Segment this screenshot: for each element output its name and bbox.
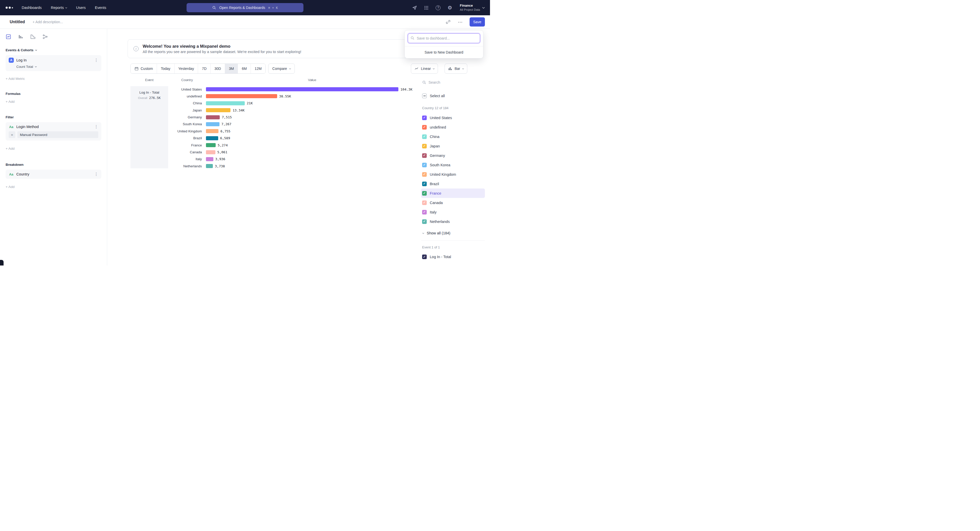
legend-country-checkbox[interactable]: ✓ bbox=[422, 172, 427, 177]
legend-country-checkbox[interactable]: ✓ bbox=[422, 125, 427, 130]
legend-country-row[interactable]: ✓ China bbox=[421, 132, 485, 141]
date-range-button[interactable]: Today bbox=[157, 64, 174, 73]
legend-country-checkbox[interactable]: ✓ bbox=[422, 182, 427, 186]
compare-button[interactable]: Compare bbox=[268, 63, 295, 74]
filter-operator[interactable]: = bbox=[9, 132, 15, 138]
date-range-button[interactable]: 7D bbox=[198, 64, 210, 73]
legend-country-row[interactable]: ✓ Japan bbox=[421, 141, 485, 151]
legend-search[interactable] bbox=[421, 79, 485, 86]
kebab-menu-icon[interactable]: ⋮ bbox=[94, 125, 98, 129]
help-icon[interactable]: ? bbox=[435, 5, 441, 11]
legend-country-label: Brazil bbox=[430, 182, 439, 186]
legend-country-checkbox[interactable]: ✓ bbox=[422, 116, 427, 120]
chart-bar[interactable] bbox=[206, 136, 218, 140]
chart-bar[interactable] bbox=[206, 143, 216, 147]
breakdown-card-country[interactable]: Aa Country ⋮ bbox=[6, 170, 101, 179]
chart-row-bar-area: 7,267 bbox=[206, 122, 415, 126]
chart-bar[interactable] bbox=[206, 157, 213, 161]
date-range-button[interactable]: 12M bbox=[251, 64, 266, 73]
report-title[interactable]: Untitled bbox=[10, 20, 25, 24]
legend-country-checkbox[interactable]: ✓ bbox=[422, 153, 427, 158]
aggregation-selector[interactable]: Count Total bbox=[16, 65, 98, 68]
legend-country-row[interactable]: ✓ South Korea bbox=[421, 160, 485, 170]
legend-event-row[interactable]: ✓ Log In - Total bbox=[421, 252, 485, 262]
legend-country-row[interactable]: ✓ undefined bbox=[421, 122, 485, 132]
date-range-button[interactable]: 3M bbox=[225, 64, 238, 73]
legend-country-row[interactable]: ✓ United Kingdom bbox=[421, 170, 485, 179]
tab-flows-icon[interactable] bbox=[42, 34, 48, 40]
legend-event-checkbox[interactable]: ✓ bbox=[422, 255, 427, 259]
event-name[interactable]: Log In bbox=[16, 58, 27, 62]
legend-country-row[interactable]: ✓ United States bbox=[421, 113, 485, 122]
kebab-menu-icon[interactable]: ⋮ bbox=[94, 172, 98, 176]
chart-type-selector-button[interactable]: Bar bbox=[445, 63, 467, 74]
tab-retention-icon[interactable] bbox=[30, 34, 36, 40]
add-formula-button[interactable]: + Add bbox=[6, 100, 101, 103]
legend-country-checkbox[interactable]: ✓ bbox=[422, 135, 427, 139]
filter-value-input[interactable] bbox=[18, 132, 98, 138]
legend-country-checkbox[interactable]: ✓ bbox=[422, 163, 427, 167]
chart-bar[interactable] bbox=[206, 115, 220, 119]
top-nav-item[interactable]: Dashboards bbox=[22, 6, 41, 10]
select-all-checkbox[interactable] bbox=[422, 94, 427, 98]
legend-country-checkbox[interactable]: ✓ bbox=[422, 200, 427, 205]
chart-row-bar-area: 6,755 bbox=[206, 129, 415, 133]
date-range-button[interactable]: Custom bbox=[130, 64, 157, 73]
legend-country-label: Italy bbox=[430, 210, 437, 214]
date-range-button[interactable]: 6M bbox=[238, 64, 250, 73]
legend-country-row[interactable]: ✓ Italy bbox=[421, 208, 485, 217]
kebab-menu-icon[interactable]: ⋮ bbox=[94, 58, 98, 62]
chart-bar[interactable] bbox=[206, 150, 215, 154]
chart-bar-value: 13.34K bbox=[232, 108, 245, 112]
filter-card-login-method[interactable]: Aa Login Method ⋮ = bbox=[6, 122, 101, 141]
top-nav-item[interactable]: Users bbox=[76, 6, 86, 10]
legend-country-checkbox[interactable]: ✓ bbox=[422, 210, 427, 214]
global-search-bar[interactable]: Open Reports & Dashboards ⌘ + K bbox=[186, 3, 304, 12]
add-metric-button[interactable]: + Add Metric bbox=[6, 77, 101, 81]
legend-country-checkbox[interactable]: ✓ bbox=[422, 144, 427, 149]
mixpanel-logo[interactable] bbox=[6, 6, 13, 9]
filter-property-name[interactable]: Login Method bbox=[16, 125, 39, 129]
chart-bar[interactable] bbox=[206, 87, 398, 91]
breakdown-property-name[interactable]: Country bbox=[16, 172, 29, 176]
settings-gear-icon[interactable]: ⚙ bbox=[447, 5, 453, 11]
legend-country-row[interactable]: ✓ Germany bbox=[421, 151, 485, 160]
date-range-button[interactable]: Yesterday bbox=[174, 64, 198, 73]
save-button[interactable]: Save bbox=[469, 17, 485, 27]
corner-widget[interactable] bbox=[0, 260, 3, 265]
chart-bar[interactable] bbox=[206, 108, 231, 112]
legend-search-input[interactable] bbox=[428, 80, 467, 84]
legend-country-checkbox[interactable]: ✓ bbox=[422, 191, 427, 196]
tab-insights-icon[interactable] bbox=[6, 34, 11, 40]
legend-country-row[interactable]: ✓ France bbox=[421, 189, 485, 198]
save-to-dashboard-input[interactable] bbox=[408, 33, 480, 43]
event-summary-panel: Log In - Total Overall 276.5K bbox=[130, 86, 168, 168]
scale-selector-button[interactable]: Linear bbox=[411, 63, 438, 74]
apps-grid-icon[interactable] bbox=[424, 5, 429, 11]
share-icon[interactable] bbox=[412, 5, 417, 11]
save-to-new-dashboard-item[interactable]: Save to New Dashboard bbox=[405, 46, 483, 58]
show-all-button[interactable]: Show all (184) bbox=[421, 229, 485, 237]
add-breakdown-button[interactable]: + Add bbox=[6, 185, 101, 189]
more-options-icon[interactable]: ⋯ bbox=[457, 19, 463, 25]
top-nav-item[interactable]: Reports bbox=[51, 6, 67, 10]
chart-bar[interactable] bbox=[206, 122, 220, 126]
chart-bar[interactable] bbox=[206, 129, 218, 133]
metric-card-log-in[interactable]: A Log In ⋮ Count Total bbox=[6, 55, 101, 71]
select-all-row[interactable]: Select all bbox=[421, 92, 485, 100]
top-nav-item[interactable]: Events bbox=[95, 6, 106, 10]
date-range-button[interactable]: 30D bbox=[210, 64, 225, 73]
add-description[interactable]: + Add description... bbox=[33, 20, 63, 24]
copy-link-icon[interactable] bbox=[445, 19, 451, 25]
project-switcher[interactable]: Finance All Project Data bbox=[460, 3, 484, 11]
events-cohorts-section-header[interactable]: Events & Cohorts bbox=[6, 48, 101, 52]
chart-bar[interactable] bbox=[206, 94, 277, 98]
legend-country-checkbox[interactable]: ✓ bbox=[422, 219, 427, 224]
legend-country-row[interactable]: ✓ Canada bbox=[421, 198, 485, 208]
tab-funnels-icon[interactable] bbox=[18, 34, 24, 40]
legend-country-row[interactable]: ✓ Netherlands bbox=[421, 217, 485, 226]
add-filter-button[interactable]: + Add bbox=[6, 147, 101, 151]
chart-bar[interactable] bbox=[206, 164, 213, 168]
legend-country-row[interactable]: ✓ Brazil bbox=[421, 179, 485, 189]
chart-bar[interactable] bbox=[206, 101, 245, 105]
